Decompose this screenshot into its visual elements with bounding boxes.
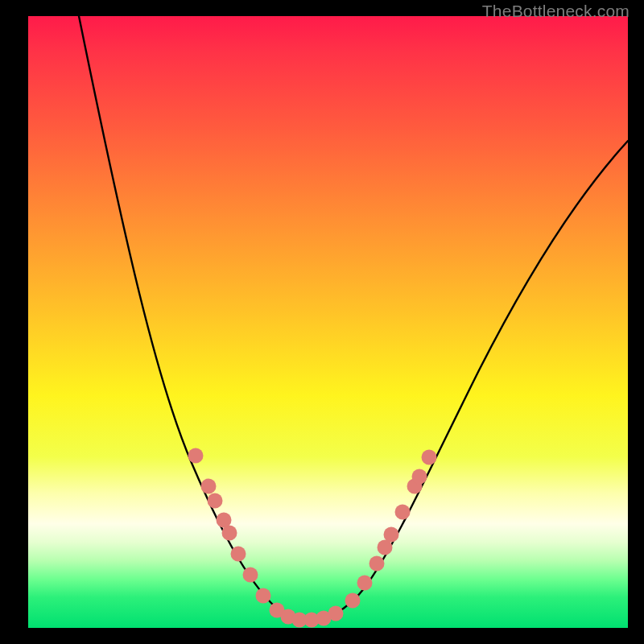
data-dot	[188, 448, 204, 464]
chart-plot-area	[28, 16, 628, 628]
data-dot	[412, 469, 427, 485]
data-dot	[201, 479, 217, 494]
data-dot	[208, 493, 223, 509]
data-dot	[395, 505, 411, 520]
data-dots	[188, 448, 437, 628]
chart-svg	[28, 16, 628, 628]
data-dot	[422, 450, 437, 465]
data-dot	[243, 568, 258, 583]
data-dot	[357, 576, 373, 591]
data-dot	[222, 526, 237, 541]
chart-frame: TheBottleneck.com	[0, 0, 644, 644]
bottleneck-curve	[79, 16, 628, 621]
data-dot	[384, 527, 399, 543]
data-dot	[328, 606, 344, 621]
data-dot	[369, 556, 385, 572]
data-dot	[256, 588, 271, 604]
watermark-text: TheBottleneck.com	[482, 2, 630, 21]
data-dot	[231, 547, 246, 562]
data-dot	[345, 593, 361, 609]
